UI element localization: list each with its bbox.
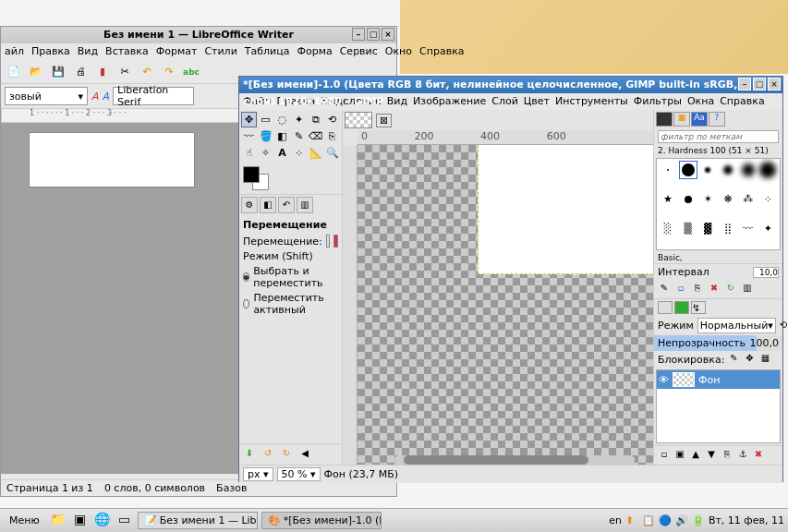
brush-item[interactable]: ░ — [659, 219, 677, 237]
brush-item[interactable] — [679, 190, 697, 209]
layer-name[interactable]: Фон — [698, 374, 720, 386]
lo-menu-styles[interactable]: Стили — [204, 45, 236, 58]
spellcheck-icon[interactable]: abc — [182, 63, 200, 81]
paths-tab-icon[interactable]: ↯ — [691, 301, 706, 314]
color-picker-tool-icon[interactable]: ⁘ — [291, 145, 307, 161]
status-style[interactable]: Базов — [216, 482, 247, 494]
measure-tool-icon[interactable]: 📐 — [308, 145, 323, 161]
undo-history-tab-icon[interactable]: ↶ — [278, 197, 295, 213]
brush-item[interactable] — [679, 161, 697, 179]
brush-item[interactable]: ✶ — [698, 190, 717, 209]
gimp-menu-filters[interactable]: Фильтры — [634, 95, 682, 108]
brush-filter-input[interactable] — [658, 130, 779, 143]
fonts-tab-icon[interactable]: Aa — [691, 112, 708, 127]
file-manager-launcher-icon[interactable]: 📁 — [49, 512, 67, 530]
mode-reset-icon[interactable]: ⟲ — [780, 320, 787, 332]
browser-launcher-icon[interactable]: 🌐 — [93, 512, 112, 530]
pencil-tool-icon[interactable]: ✎ — [291, 128, 307, 144]
move-tool-icon[interactable]: ✥ — [241, 112, 257, 127]
brush-item[interactable] — [698, 161, 717, 179]
layers-tab-icon[interactable] — [658, 301, 673, 314]
tray-clipboard-icon[interactable]: 📋 — [642, 514, 655, 527]
cut-icon[interactable]: ✂ — [115, 63, 134, 81]
blend-mode-combo[interactable]: Нормальный ▾ — [697, 318, 776, 333]
layer-thumbnail[interactable] — [673, 372, 695, 387]
brush-item[interactable]: ▓ — [698, 219, 717, 237]
pick-layer-radio[interactable] — [243, 272, 249, 282]
gimp-menu-image[interactable]: Изображение — [413, 95, 486, 108]
clone-tool-icon[interactable]: ⎘ — [324, 128, 340, 144]
images-tab-icon[interactable]: ▥ — [297, 197, 313, 213]
layer-visibility-icon[interactable]: 👁 — [659, 374, 669, 386]
lo-menu-format[interactable]: Формат — [156, 45, 198, 58]
open-as-image-icon[interactable]: ▥ — [741, 283, 754, 296]
duplicate-brush-icon[interactable]: ⎘ — [691, 283, 704, 296]
brush-item[interactable] — [659, 161, 677, 179]
zoom-combo[interactable]: 50 % ▾ — [277, 467, 321, 481]
gimp-menu-layer[interactable]: Слой — [491, 95, 518, 108]
new-doc-icon[interactable]: 📄 — [5, 63, 23, 81]
new-brush-icon[interactable]: ▫ — [674, 283, 687, 296]
raise-layer-icon[interactable]: ▲ — [689, 449, 702, 462]
brush-item[interactable] — [758, 161, 777, 179]
move-active-radio[interactable] — [243, 299, 249, 308]
lo-menu-file[interactable]: айл — [5, 45, 24, 58]
transform-tool-icon[interactable]: ⟲ — [324, 112, 340, 127]
move-layer-icon[interactable] — [326, 235, 331, 248]
brush-item[interactable]: ✦ — [758, 219, 777, 237]
zoom-tool-icon[interactable]: 🔍 — [324, 145, 340, 161]
gimp-titlebar[interactable]: *[Без имени]-1.0 (Цвета RGB 8 бит, нелин… — [239, 77, 782, 93]
gimp-minimize-button[interactable]: – — [738, 78, 751, 91]
lock-pixels-icon[interactable]: ✎ — [727, 353, 740, 366]
duplicate-layer-icon[interactable]: ⎘ — [721, 449, 733, 462]
path-tool-icon[interactable]: ✧ — [258, 145, 273, 161]
free-select-tool-icon[interactable]: ◌ — [274, 112, 290, 127]
channels-tab-icon[interactable] — [674, 301, 689, 314]
foreground-color-swatch[interactable] — [243, 166, 260, 183]
layer-row[interactable]: 👁 Фон — [657, 370, 780, 389]
lo-titlebar[interactable]: Без имени 1 — LibreOffice Writer – □ × — [1, 27, 396, 43]
paragraph-style-combo[interactable]: зовый ▾ — [5, 87, 88, 105]
restore-options-icon[interactable]: ↺ — [261, 448, 274, 461]
scrollbar-thumb[interactable] — [404, 455, 588, 465]
taskbar-clock[interactable]: Вт, 11 фев, 11 — [709, 514, 784, 526]
edit-brush-icon[interactable]: ✎ — [658, 283, 671, 296]
warp-tool-icon[interactable]: 〰 — [241, 128, 257, 144]
lo-menu-tools[interactable]: Сервис — [340, 45, 378, 58]
gimp-menu-view[interactable]: Вид — [387, 95, 407, 108]
fuzzy-select-tool-icon[interactable]: ✦ — [291, 112, 307, 127]
rect-select-tool-icon[interactable]: ▭ — [258, 112, 273, 127]
gimp-menu-tools[interactable]: Инструменты — [555, 95, 628, 108]
tray-updates-icon[interactable]: ⬆ — [625, 514, 638, 527]
brush-item[interactable] — [739, 161, 758, 179]
brush-item[interactable]: ⁘ — [758, 190, 777, 209]
delete-options-icon[interactable]: ↻ — [280, 448, 293, 461]
gimp-canvas[interactable] — [358, 145, 653, 465]
lo-menu-form[interactable]: Форма — [297, 45, 332, 58]
keyboard-layout-indicator[interactable]: en — [609, 514, 622, 526]
brush-item[interactable]: ▒ — [679, 219, 697, 237]
lo-maximize-button[interactable]: □ — [367, 28, 380, 41]
gradient-tool-icon[interactable]: ◧ — [274, 128, 290, 144]
brush-item[interactable]: ⣿ — [719, 219, 737, 237]
unit-combo[interactable]: px ▾ — [243, 467, 273, 481]
document-history-tab-icon[interactable]: ? — [709, 112, 725, 127]
export-pdf-icon[interactable]: ▮ — [93, 63, 112, 81]
lo-menu-insert[interactable]: Вставка — [105, 45, 149, 58]
status-words[interactable]: 0 слов, 0 символов — [104, 482, 205, 494]
gimp-close-button[interactable]: × — [768, 78, 781, 91]
tray-network-icon[interactable]: 🔵 — [659, 514, 672, 527]
print-icon[interactable]: 🖨 — [71, 63, 90, 81]
delete-brush-icon[interactable]: ✖ — [708, 283, 721, 296]
show-desktop-icon[interactable]: ▭ — [115, 512, 134, 530]
save-options-icon[interactable]: ⬇ — [243, 448, 256, 461]
style-a2-icon[interactable]: A — [103, 91, 110, 103]
gimp-menu-color[interactable]: Цвет — [524, 95, 550, 108]
open-icon[interactable]: 📂 — [27, 63, 45, 81]
tray-volume-icon[interactable]: 🔊 — [675, 514, 688, 527]
new-group-icon[interactable]: ▣ — [673, 449, 686, 462]
brush-item[interactable]: 〰 — [739, 219, 758, 237]
lo-menu-table[interactable]: Таблица — [245, 45, 290, 58]
brushes-tab-icon[interactable] — [656, 112, 673, 127]
brush-item[interactable]: ★ — [659, 190, 677, 209]
